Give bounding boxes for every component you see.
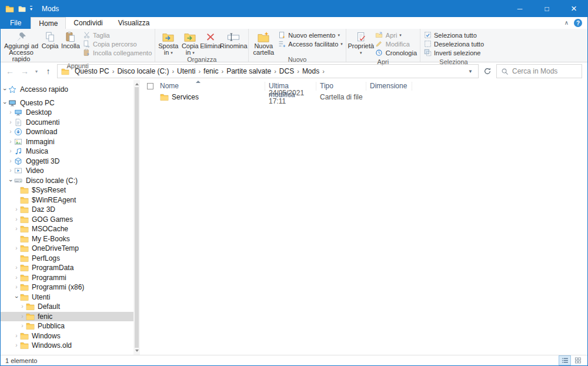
- sidebar-item-questo-pc[interactable]: ›Questo PC: [1, 98, 140, 108]
- expand-collapsed-icon[interactable]: ›: [8, 119, 14, 125]
- copy-path-button[interactable]: Copia percorso: [82, 40, 152, 48]
- sidebar-item-daz-3d[interactable]: ›Daz 3D: [1, 205, 140, 215]
- breadcrumb-segment-utenti[interactable]: Utenti: [174, 67, 198, 75]
- breadcrumb-segment-mods[interactable]: Mods: [299, 67, 322, 75]
- expand-collapsed-icon[interactable]: ›: [14, 342, 19, 348]
- tab-file[interactable]: File: [1, 17, 31, 29]
- scroll-up-icon[interactable]: [135, 83, 139, 85]
- sidebar-scrollbar[interactable]: [133, 80, 140, 355]
- column-header-ultima-modifica[interactable]: Ultima modifica: [265, 82, 316, 91]
- delete-button[interactable]: Elimina: [201, 29, 220, 49]
- thumbnails-view-icon[interactable]: [572, 356, 583, 365]
- breadcrumb-bar[interactable]: Questo PC›Disco locale (C:)›Utenti›fenic…: [57, 64, 479, 78]
- minimize-button[interactable]: ─: [506, 1, 533, 17]
- sidebar-item-default[interactable]: ›Default: [1, 302, 140, 312]
- paste-shortcut-button[interactable]: Incolla collegamento: [82, 49, 152, 56]
- deselect-all-button[interactable]: Deseleziona tutto: [423, 40, 484, 48]
- sidebar-item-sysreset[interactable]: $SysReset: [1, 185, 140, 195]
- expand-collapsed-icon[interactable]: ›: [8, 148, 14, 154]
- expand-collapsed-icon[interactable]: ›: [14, 217, 19, 222]
- sidebar-item-pubblica[interactable]: ›Pubblica: [1, 321, 140, 331]
- column-header-dimensione[interactable]: Dimensione: [366, 82, 412, 91]
- new-item-button[interactable]: Nuovo elemento ▾: [278, 31, 343, 39]
- copy-to-button[interactable]: Copia in ▾: [179, 29, 201, 56]
- expand-collapsed-icon[interactable]: ›: [8, 158, 14, 164]
- refresh-icon[interactable]: [482, 67, 493, 75]
- details-view-icon[interactable]: [559, 356, 570, 365]
- up-button[interactable]: ↑: [42, 67, 54, 75]
- sidebar-item-documenti[interactable]: ›Documenti: [1, 118, 140, 128]
- address-dropdown-icon[interactable]: ▼: [464, 69, 477, 74]
- sidebar-item-programdata[interactable]: ›ProgramData: [1, 263, 140, 273]
- expand-collapsed-icon[interactable]: ›: [14, 245, 19, 251]
- copy-button[interactable]: Copia: [40, 29, 60, 49]
- forward-button[interactable]: →: [19, 67, 31, 75]
- sidebar-item-gog-games[interactable]: ›GOG Games: [1, 215, 140, 225]
- tab-home[interactable]: Home: [31, 17, 66, 29]
- expand-collapsed-icon[interactable]: ›: [8, 109, 14, 115]
- cut-button[interactable]: Taglia: [82, 31, 152, 39]
- sidebar-item-musica[interactable]: ›Musica: [1, 147, 140, 157]
- sidebar-item-fenic[interactable]: ›fenic: [1, 312, 140, 322]
- breadcrumb-segment-questo-pc[interactable]: Questo PC: [72, 67, 112, 75]
- invert-selection-button[interactable]: Inverti selezione: [423, 49, 484, 56]
- column-header-tipo[interactable]: Tipo: [316, 82, 366, 91]
- select-all-button[interactable]: Seleziona tutto: [423, 31, 484, 39]
- sidebar-item-msocache[interactable]: ›MSOCache: [1, 224, 140, 234]
- sidebar-item-download[interactable]: ›Download: [1, 127, 140, 137]
- tab-condividi[interactable]: Condividi: [66, 17, 110, 29]
- breadcrumb-segment-disco-locale-c[interactable]: Disco locale (C:): [114, 67, 172, 75]
- sidebar-item-programmi-x86[interactable]: ›Programmi (x86): [1, 282, 140, 292]
- sidebar-item-video[interactable]: ›Video: [1, 166, 140, 176]
- search-input[interactable]: [512, 67, 577, 75]
- sidebar-item-oggetti-3d[interactable]: ›Oggetti 3D: [1, 157, 140, 167]
- collapse-ribbon-icon[interactable]: ∧: [564, 20, 569, 26]
- sidebar-item-utenti[interactable]: ›Utenti: [1, 292, 140, 302]
- qat-customize-icon[interactable]: ▾: [30, 6, 32, 12]
- close-button[interactable]: ×: [560, 1, 587, 17]
- sidebar-item-winreagent[interactable]: $WinREAgent: [1, 195, 140, 205]
- expand-collapsed-icon[interactable]: ›: [8, 129, 14, 135]
- paste-button[interactable]: Incolla: [60, 29, 81, 49]
- sidebar-item-desktop[interactable]: ›Desktop: [1, 108, 140, 118]
- pin-to-quick-access-button[interactable]: Aggiungi ad Accesso rapido: [2, 29, 40, 62]
- properties-button[interactable]: Proprietà ▾: [348, 29, 374, 56]
- sidebar-item-my-e-books[interactable]: My E-Books: [1, 234, 140, 244]
- breadcrumb-segment-dcs[interactable]: DCS: [276, 67, 297, 75]
- sidebar-item-programmi[interactable]: ›Programmi: [1, 273, 140, 283]
- easy-access-button[interactable]: Accesso facilitato ▾: [278, 40, 343, 48]
- new-folder-button[interactable]: Nuova cartella: [250, 29, 276, 56]
- expand-collapsed-icon[interactable]: ›: [8, 168, 14, 174]
- expand-collapsed-icon[interactable]: ›: [14, 207, 19, 212]
- select-all-checkbox[interactable]: [147, 83, 153, 89]
- expand-collapsed-icon[interactable]: ›: [14, 226, 19, 232]
- expand-expanded-icon[interactable]: ›: [8, 178, 14, 184]
- maximize-button[interactable]: □: [533, 1, 560, 17]
- move-to-button[interactable]: Sposta in ▾: [157, 29, 179, 56]
- expand-collapsed-icon[interactable]: ›: [8, 139, 14, 145]
- open-button[interactable]: Apri ▾: [375, 31, 417, 39]
- expand-expanded-icon[interactable]: ›: [2, 86, 8, 92]
- sidebar-item-windows[interactable]: ›Windows: [1, 331, 140, 341]
- expand-expanded-icon[interactable]: ›: [14, 294, 19, 300]
- expand-collapsed-icon[interactable]: ›: [19, 323, 25, 329]
- sort-ascending-icon[interactable]: [196, 81, 201, 83]
- help-icon[interactable]: ?: [574, 19, 582, 27]
- sidebar-item-disco-locale-c[interactable]: ›Disco locale (C:): [1, 176, 140, 186]
- breadcrumb-segment-partite-salvate[interactable]: Partite salvate: [223, 67, 274, 75]
- edit-button[interactable]: Modifica: [375, 40, 417, 48]
- sidebar-item-windows-old[interactable]: ›Windows.old: [1, 341, 140, 351]
- breadcrumb-separator-icon[interactable]: ›: [322, 68, 325, 75]
- expand-collapsed-icon[interactable]: ›: [19, 314, 25, 320]
- expand-expanded-icon[interactable]: ›: [2, 100, 8, 106]
- file-row-services[interactable]: Services24/05/2021 17:11Cartella di file: [140, 92, 587, 102]
- sidebar-item-accesso-rapido[interactable]: ›Accesso rapido: [1, 85, 140, 95]
- expand-collapsed-icon[interactable]: ›: [14, 265, 19, 271]
- expand-collapsed-icon[interactable]: ›: [19, 304, 25, 310]
- sidebar-item-onedrivetemp[interactable]: ›OneDriveTemp: [1, 244, 140, 254]
- expand-collapsed-icon[interactable]: ›: [14, 284, 19, 290]
- expand-collapsed-icon[interactable]: ›: [14, 275, 19, 281]
- recent-locations-icon[interactable]: ▾: [34, 69, 39, 74]
- history-button[interactable]: Cronologia: [375, 49, 417, 56]
- tab-visualizza[interactable]: Visualizza: [111, 17, 158, 29]
